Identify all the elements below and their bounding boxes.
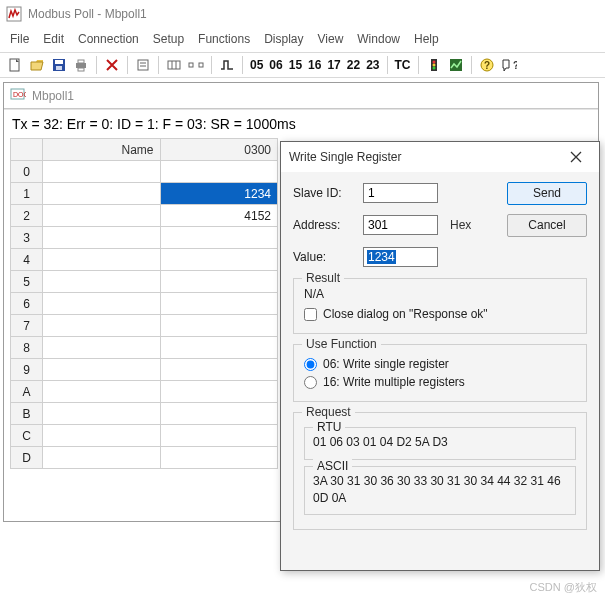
value-input[interactable]: 1234 bbox=[363, 247, 438, 267]
disconnect-icon[interactable] bbox=[186, 55, 206, 75]
cell-value[interactable] bbox=[160, 161, 278, 183]
pulse-icon[interactable] bbox=[217, 55, 237, 75]
close-on-ok-checkbox[interactable] bbox=[304, 308, 317, 321]
row-header[interactable]: 4 bbox=[11, 249, 43, 271]
cell-value[interactable] bbox=[160, 337, 278, 359]
cell-value[interactable] bbox=[160, 359, 278, 381]
table-row[interactable]: 0 bbox=[11, 161, 278, 183]
cell-name[interactable] bbox=[43, 425, 160, 447]
open-icon[interactable] bbox=[27, 55, 47, 75]
menu-edit[interactable]: Edit bbox=[43, 32, 64, 46]
row-header[interactable]: 1 bbox=[11, 183, 43, 205]
tc-button[interactable]: TC bbox=[392, 55, 414, 75]
table-row[interactable]: 9 bbox=[11, 359, 278, 381]
cell-name[interactable] bbox=[43, 249, 160, 271]
address-input[interactable] bbox=[363, 215, 438, 235]
row-header[interactable]: 7 bbox=[11, 315, 43, 337]
row-header[interactable]: 9 bbox=[11, 359, 43, 381]
col-header-value[interactable]: 0300 bbox=[160, 139, 278, 161]
cell-value[interactable] bbox=[160, 315, 278, 337]
cell-value[interactable]: 4152 bbox=[160, 205, 278, 227]
table-row[interactable]: 8 bbox=[11, 337, 278, 359]
cell-value[interactable]: 1234 bbox=[160, 183, 278, 205]
row-header[interactable]: 5 bbox=[11, 271, 43, 293]
dialog-title-bar[interactable]: Write Single Register bbox=[281, 142, 599, 172]
menu-file[interactable]: File bbox=[10, 32, 29, 46]
cell-name[interactable] bbox=[43, 337, 160, 359]
cell-name[interactable] bbox=[43, 183, 160, 205]
radio-fc16[interactable] bbox=[304, 376, 317, 389]
table-row[interactable]: 6 bbox=[11, 293, 278, 315]
col-header-name[interactable]: Name bbox=[43, 139, 160, 161]
row-header[interactable]: 6 bbox=[11, 293, 43, 315]
slave-id-input[interactable] bbox=[363, 183, 438, 203]
menu-window[interactable]: Window bbox=[357, 32, 400, 46]
cell-value[interactable] bbox=[160, 425, 278, 447]
cell-value[interactable] bbox=[160, 227, 278, 249]
print-icon[interactable] bbox=[71, 55, 91, 75]
cell-name[interactable] bbox=[43, 315, 160, 337]
table-row[interactable]: C bbox=[11, 425, 278, 447]
cell-name[interactable] bbox=[43, 161, 160, 183]
help-icon[interactable]: ? bbox=[477, 55, 497, 75]
table-row[interactable]: 3 bbox=[11, 227, 278, 249]
cell-name[interactable] bbox=[43, 403, 160, 425]
cell-name[interactable] bbox=[43, 293, 160, 315]
cell-name[interactable] bbox=[43, 271, 160, 293]
menu-connection[interactable]: Connection bbox=[78, 32, 139, 46]
chart-icon[interactable] bbox=[446, 55, 466, 75]
cell-name[interactable] bbox=[43, 381, 160, 403]
fc-23[interactable]: 23 bbox=[363, 55, 382, 75]
menu-display[interactable]: Display bbox=[264, 32, 303, 46]
fc-16[interactable]: 16 bbox=[305, 55, 324, 75]
fc-17[interactable]: 17 bbox=[324, 55, 343, 75]
cell-value[interactable] bbox=[160, 447, 278, 469]
delete-icon[interactable] bbox=[102, 55, 122, 75]
cell-value[interactable] bbox=[160, 381, 278, 403]
save-icon[interactable] bbox=[49, 55, 69, 75]
cancel-button[interactable]: Cancel bbox=[507, 214, 587, 237]
row-header[interactable]: D bbox=[11, 447, 43, 469]
table-row[interactable]: B bbox=[11, 403, 278, 425]
table-row[interactable]: A bbox=[11, 381, 278, 403]
cell-value[interactable] bbox=[160, 249, 278, 271]
row-header[interactable]: C bbox=[11, 425, 43, 447]
fc-22[interactable]: 22 bbox=[344, 55, 363, 75]
row-header[interactable]: 2 bbox=[11, 205, 43, 227]
whatsthis-icon[interactable]: ? bbox=[499, 55, 519, 75]
cell-name[interactable] bbox=[43, 227, 160, 249]
table-row[interactable]: 7 bbox=[11, 315, 278, 337]
table-row[interactable]: 24152 bbox=[11, 205, 278, 227]
cell-name[interactable] bbox=[43, 359, 160, 381]
fc-15[interactable]: 15 bbox=[286, 55, 305, 75]
cell-name[interactable] bbox=[43, 447, 160, 469]
row-header[interactable]: B bbox=[11, 403, 43, 425]
close-icon[interactable] bbox=[561, 146, 591, 168]
fc-06[interactable]: 06 bbox=[266, 55, 285, 75]
data-grid[interactable]: Name 0300 011234241523456789ABCD bbox=[10, 138, 278, 469]
cell-value[interactable] bbox=[160, 403, 278, 425]
traffic-icon[interactable] bbox=[424, 55, 444, 75]
cell-value[interactable] bbox=[160, 271, 278, 293]
row-header[interactable]: 8 bbox=[11, 337, 43, 359]
table-row[interactable]: D bbox=[11, 447, 278, 469]
fc-05[interactable]: 05 bbox=[247, 55, 266, 75]
menu-view[interactable]: View bbox=[318, 32, 344, 46]
properties-icon[interactable] bbox=[133, 55, 153, 75]
table-row[interactable]: 4 bbox=[11, 249, 278, 271]
child-title-bar[interactable]: DOC Mbpoll1 bbox=[4, 83, 598, 109]
menu-functions[interactable]: Functions bbox=[198, 32, 250, 46]
menu-help[interactable]: Help bbox=[414, 32, 439, 46]
table-row[interactable]: 5 bbox=[11, 271, 278, 293]
row-header[interactable]: A bbox=[11, 381, 43, 403]
row-header[interactable]: 0 bbox=[11, 161, 43, 183]
radio-fc06[interactable] bbox=[304, 358, 317, 371]
cell-value[interactable] bbox=[160, 293, 278, 315]
cell-name[interactable] bbox=[43, 205, 160, 227]
menu-setup[interactable]: Setup bbox=[153, 32, 184, 46]
table-row[interactable]: 11234 bbox=[11, 183, 278, 205]
row-header[interactable]: 3 bbox=[11, 227, 43, 249]
send-button[interactable]: Send bbox=[507, 182, 587, 205]
new-icon[interactable] bbox=[5, 55, 25, 75]
connect-icon[interactable] bbox=[164, 55, 184, 75]
